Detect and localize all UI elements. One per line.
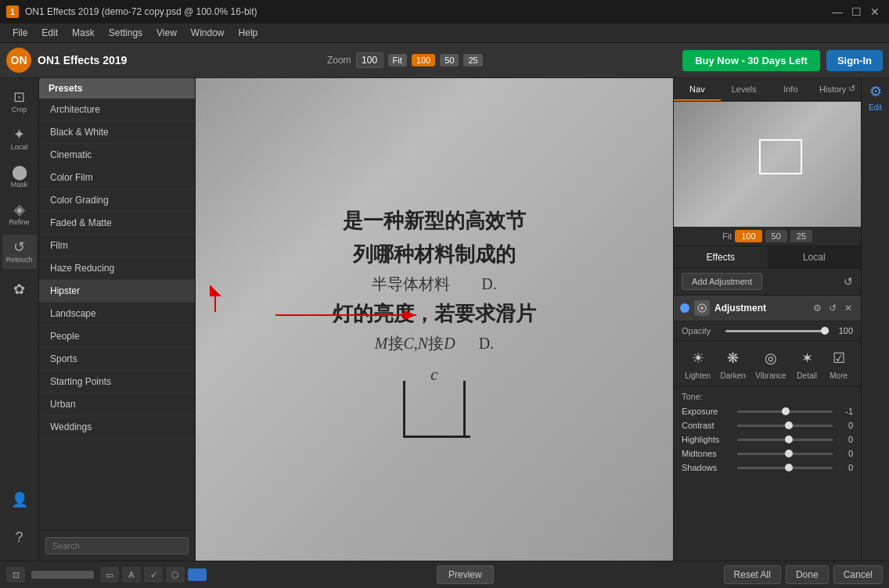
contrast-value: 0 — [837, 421, 853, 430]
midtones-row: Midtones 0 — [682, 446, 853, 461]
menu-edit[interactable]: Edit — [35, 26, 64, 40]
preset-color-grading[interactable]: Color Grading — [39, 189, 195, 212]
add-adjustment-button[interactable]: Add Adjustment — [682, 273, 762, 290]
detail-icon-item[interactable]: ✶ Detail — [796, 347, 818, 380]
preset-landscape[interactable]: Landscape — [39, 303, 195, 325]
highlights-slider[interactable] — [737, 439, 833, 441]
menu-mask[interactable]: Mask — [66, 26, 101, 40]
preset-sports[interactable]: Sports — [39, 348, 195, 371]
tool-refine[interactable]: ◈ Refine — [2, 197, 37, 231]
edit-gear-icon[interactable]: ⚙ — [869, 83, 882, 100]
reset-all-button[interactable]: Reset All — [724, 565, 781, 584]
opacity-slider[interactable] — [725, 330, 829, 332]
effects-tab[interactable]: Effects — [674, 246, 768, 267]
zoom-50-button[interactable]: 50 — [440, 54, 459, 66]
bottom-slider[interactable] — [31, 571, 94, 579]
vibrance-icon-item[interactable]: ◎ Vibrance — [755, 347, 786, 380]
detail-label: Detail — [797, 371, 817, 380]
menu-help[interactable]: Help — [232, 26, 265, 40]
bottom-tool-5[interactable]: ⬡ — [166, 567, 185, 583]
menu-settings[interactable]: Settings — [103, 26, 149, 40]
preset-architecture[interactable]: Architecture — [39, 99, 195, 121]
tool-crop[interactable]: ⊡ Crop — [2, 84, 37, 119]
preset-haze-reducing[interactable]: Haze Reducing — [39, 257, 195, 280]
preset-starting-points[interactable]: Starting Points — [39, 371, 195, 393]
search-input[interactable] — [45, 537, 189, 554]
shadows-slider[interactable] — [737, 467, 833, 469]
preset-black-white[interactable]: Black & White — [39, 121, 195, 144]
window-title: ON1 Effects 2019 (demo-72 copy.psd @ 100… — [25, 6, 257, 17]
presets-list: Architecture Black & White Cinematic Col… — [39, 99, 195, 530]
zoom-25-button[interactable]: 25 — [463, 54, 482, 66]
adj-settings-icon[interactable]: ⚙ — [811, 303, 823, 314]
tool-mask[interactable]: ⬤ Mask — [2, 160, 37, 194]
zoom-100-button[interactable]: 100 — [412, 54, 435, 66]
bottom-tool-1[interactable]: ⊡ — [6, 567, 25, 583]
zoom-value[interactable]: 100 — [356, 52, 383, 68]
exposure-label: Exposure — [682, 407, 732, 416]
presets-search[interactable] — [39, 530, 195, 561]
fit-50-btn[interactable]: 50 — [765, 230, 787, 242]
preset-urban[interactable]: Urban — [39, 393, 195, 416]
top-bar: ON ON1 Effects 2019 Zoom 100 Fit 100 50 … — [0, 43, 889, 78]
preset-film[interactable]: Film — [39, 235, 195, 257]
preset-weddings[interactable]: Weddings — [39, 416, 195, 439]
darken-icon-item[interactable]: ❋ Darken — [721, 347, 746, 380]
adjustment-title: Adjustment — [714, 303, 806, 314]
fit-25-btn[interactable]: 25 — [790, 230, 812, 242]
buy-now-button[interactable]: Buy Now - 30 Days Left — [682, 50, 820, 71]
midtones-slider[interactable] — [737, 453, 833, 455]
menu-window[interactable]: Window — [185, 26, 231, 40]
local-tab[interactable]: Local — [768, 246, 862, 267]
minimize-button[interactable]: — — [830, 4, 845, 20]
exposure-slider[interactable] — [737, 411, 833, 413]
tab-levels[interactable]: Levels — [721, 78, 768, 101]
tab-nav[interactable]: Nav — [674, 78, 721, 101]
window-controls[interactable]: — ☐ ✕ — [830, 4, 883, 20]
menu-file[interactable]: File — [6, 26, 34, 40]
bottom-bar: ⊡ ▭ A ✓ ⬡ Preview Reset All Done Cancel — [0, 561, 889, 588]
preset-hipster[interactable]: Hipster — [39, 280, 195, 303]
nav-viewport-rect[interactable] — [759, 139, 802, 174]
done-button[interactable]: Done — [786, 565, 829, 584]
zoom-fit-button[interactable]: Fit — [388, 54, 407, 66]
lighten-icon-item[interactable]: ☀ Lighten — [685, 347, 711, 380]
preset-cinematic[interactable]: Cinematic — [39, 144, 195, 167]
preset-color-film[interactable]: Color Film — [39, 167, 195, 189]
bottom-tool-2[interactable]: ▭ — [100, 567, 119, 583]
tool-retouch[interactable]: ↺ Retouch — [2, 235, 37, 269]
effects-local-tabs: Effects Local — [674, 246, 861, 268]
adj-undo-icon[interactable]: ↺ — [826, 303, 839, 314]
undo-button[interactable]: ↺ — [844, 275, 853, 288]
adj-close-icon[interactable]: ✕ — [842, 303, 855, 314]
preset-people[interactable]: People — [39, 325, 195, 348]
maximize-button[interactable]: ☐ — [848, 4, 864, 20]
tool-extra[interactable]: ✿ — [2, 272, 37, 307]
close-button[interactable]: ✕ — [867, 4, 883, 20]
more-icon: ☑ — [828, 347, 850, 369]
lighten-icon: ☀ — [687, 347, 709, 369]
fit-100-btn[interactable]: 100 — [735, 230, 761, 242]
preview-button[interactable]: Preview — [437, 565, 494, 584]
opacity-row: Opacity 100 — [674, 321, 861, 341]
preset-faded-matte[interactable]: Faded & Matte — [39, 212, 195, 235]
tool-account[interactable]: 👤 — [2, 482, 37, 517]
bottom-left-tools: ⊡ ▭ A ✓ ⬡ — [6, 567, 207, 583]
bottom-tool-4[interactable]: ✓ — [144, 567, 163, 583]
bottom-tool-3[interactable]: A — [122, 567, 141, 583]
adjustment-dot[interactable] — [680, 303, 689, 313]
presets-header: Presets — [39, 78, 195, 99]
contrast-slider[interactable] — [737, 425, 833, 427]
tab-history[interactable]: History ↺ — [814, 78, 861, 101]
cancel-button[interactable]: Cancel — [833, 565, 883, 584]
menu-view[interactable]: View — [150, 26, 183, 40]
local-icon: ✦ — [13, 127, 25, 142]
sign-in-button[interactable]: Sign-In — [826, 50, 883, 71]
tool-help[interactable]: ? — [2, 520, 37, 554]
more-icon-item[interactable]: ☑ More — [828, 347, 850, 380]
adjustment-header: Adjustment ⚙ ↺ ✕ — [674, 296, 861, 321]
tab-info[interactable]: Info — [768, 78, 815, 101]
title-bar: 1 ON1 Effects 2019 (demo-72 copy.psd @ 1… — [0, 0, 889, 23]
canvas-area[interactable]: 是一种新型的高效节 列哪种材料制成的 半导体材料 D. 灯的亮度，若要求滑片 M… — [196, 78, 673, 561]
tool-local[interactable]: ✦ Local — [2, 122, 37, 156]
